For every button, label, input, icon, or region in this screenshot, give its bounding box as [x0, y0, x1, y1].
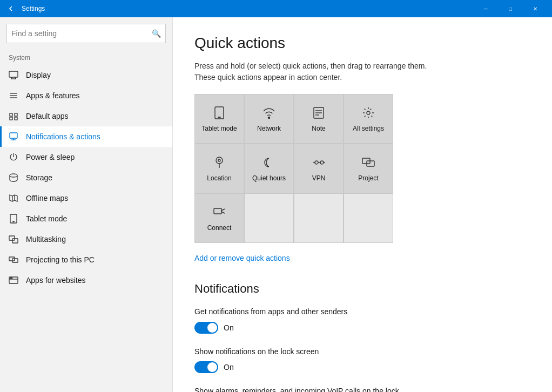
qa-tile-empty1	[245, 194, 293, 242]
power-icon	[9, 152, 18, 162]
qa-tile-tablet-mode[interactable]: Tablet mode	[195, 94, 244, 143]
qa-tile-location[interactable]: Location	[195, 144, 244, 193]
qa-label-project: Project	[358, 174, 378, 182]
toggle-notifications-apps[interactable]	[194, 322, 218, 334]
qa-tile-note[interactable]: Note	[294, 94, 343, 143]
svg-line-45	[221, 209, 225, 211]
quick-actions-grid: Tablet mode Network	[194, 94, 393, 243]
display-icon	[9, 70, 18, 80]
notification-label-lock: Show notifications on the lock screen	[194, 347, 421, 357]
toggle-notifications-lock[interactable]	[194, 361, 218, 373]
notification-item-lock: Show notifications on the lock screen On	[194, 347, 530, 374]
notifications-title: Notifications	[194, 282, 530, 296]
qa-label-tablet: Tablet mode	[201, 125, 237, 132]
sidebar-item-apps-features[interactable]: Apps & features	[0, 85, 172, 106]
svg-rect-0	[9, 71, 18, 77]
sidebar-label-projecting: Projecting to this PC	[26, 255, 95, 264]
add-remove-link[interactable]: Add or remove quick actions	[194, 254, 290, 262]
svg-rect-11	[10, 133, 17, 138]
sidebar-item-default-apps[interactable]: Default apps	[0, 106, 172, 126]
sidebar-item-websites[interactable]: Apps for websites	[0, 270, 172, 290]
all-settings-icon	[361, 105, 376, 120]
sidebar-label-power: Power & sleep	[26, 153, 75, 161]
sidebar-label-websites: Apps for websites	[26, 276, 86, 285]
search-icon: 🔍	[152, 29, 161, 38]
apps-icon	[9, 91, 18, 100]
close-button[interactable]: ✕	[523, 0, 548, 17]
sidebar-label-apps: Apps & features	[26, 91, 80, 100]
svg-line-46	[221, 212, 225, 213]
tablet-mode-icon	[212, 105, 227, 120]
qa-tile-connect[interactable]: Connect	[195, 194, 244, 242]
sidebar-item-notifications[interactable]: Notifications & actions	[0, 126, 172, 147]
window-controls: ─ □ ✕	[473, 0, 548, 17]
page-description: Press and hold (or select) quick actions…	[194, 60, 432, 83]
sidebar-item-projecting[interactable]: Projecting to this PC	[0, 249, 172, 270]
sidebar-item-power[interactable]: Power & sleep	[0, 147, 172, 167]
note-icon	[311, 105, 326, 120]
tablet-icon	[9, 214, 18, 224]
svg-marker-16	[10, 195, 17, 201]
quiet-hours-icon	[261, 155, 277, 170]
qa-tile-all-settings[interactable]: All settings	[344, 94, 393, 143]
sidebar-item-multitasking[interactable]: Multitasking	[0, 229, 172, 249]
svg-point-38	[320, 161, 324, 164]
svg-point-37	[315, 161, 318, 164]
maximize-button[interactable]: □	[498, 0, 523, 17]
maps-icon	[9, 193, 18, 203]
project2-icon	[361, 155, 376, 170]
app-title: Settings	[22, 5, 473, 12]
sidebar-label-display: Display	[26, 71, 51, 79]
sidebar-label-maps: Offline maps	[26, 194, 68, 202]
notification-label-alarms: Show alarms, reminders, and incoming VoI…	[194, 386, 421, 392]
sidebar-label-default: Default apps	[26, 112, 69, 120]
toggle-state-apps: On	[224, 323, 234, 332]
sidebar-label-storage: Storage	[26, 173, 52, 182]
qa-label-note: Note	[312, 125, 325, 132]
network-icon	[261, 105, 277, 120]
svg-rect-44	[214, 208, 221, 214]
sidebar-item-maps[interactable]: Offline maps	[0, 188, 172, 208]
toggle-row-apps: On	[194, 322, 530, 334]
project-icon	[9, 255, 18, 265]
sidebar-item-storage[interactable]: Storage	[0, 167, 172, 188]
default-apps-icon	[9, 111, 18, 121]
qa-tile-quiet-hours[interactable]: Quiet hours	[245, 144, 293, 193]
search-input[interactable]	[11, 29, 152, 38]
back-button[interactable]	[4, 2, 17, 15]
main-container: 🔍 System Display	[0, 17, 552, 392]
svg-point-15	[10, 174, 17, 177]
qa-label-vpn: VPN	[312, 174, 326, 182]
notification-item-alarms: Show alarms, reminders, and incoming VoI…	[194, 386, 530, 392]
qa-tile-empty2	[294, 194, 343, 242]
minimize-button[interactable]: ─	[473, 0, 498, 17]
svg-rect-21	[9, 236, 15, 240]
qa-label-all-settings: All settings	[353, 125, 384, 132]
qa-label-location: Location	[207, 174, 231, 182]
location-icon	[212, 155, 227, 170]
sidebar-label-tablet: Tablet mode	[26, 214, 67, 223]
sidebar-item-tablet[interactable]: Tablet mode	[0, 208, 172, 229]
svg-rect-7	[10, 113, 12, 116]
qa-tile-project[interactable]: Project	[344, 144, 393, 193]
vpn-icon	[311, 155, 326, 170]
qa-label-connect: Connect	[207, 224, 232, 232]
qa-tile-vpn[interactable]: VPN	[294, 144, 343, 193]
svg-rect-8	[15, 113, 17, 116]
search-box[interactable]: 🔍	[6, 24, 166, 43]
content-area: Quick actions Press and hold (or select)…	[173, 17, 552, 392]
multitasking-icon	[9, 234, 18, 244]
svg-rect-9	[10, 117, 12, 120]
sidebar-label-multitasking: Multitasking	[26, 235, 66, 244]
svg-rect-10	[15, 117, 17, 120]
titlebar: Settings ─ □ ✕	[0, 0, 552, 17]
sidebar: 🔍 System Display	[0, 17, 173, 392]
sidebar-item-display[interactable]: Display	[0, 65, 172, 85]
page-title: Quick actions	[194, 35, 530, 52]
qa-tile-network[interactable]: Network	[245, 94, 293, 143]
notifications-icon	[9, 132, 18, 141]
qa-tile-empty3	[344, 194, 393, 242]
storage-icon	[9, 173, 18, 183]
qa-label-network: Network	[257, 125, 281, 132]
svg-rect-22	[12, 239, 18, 243]
